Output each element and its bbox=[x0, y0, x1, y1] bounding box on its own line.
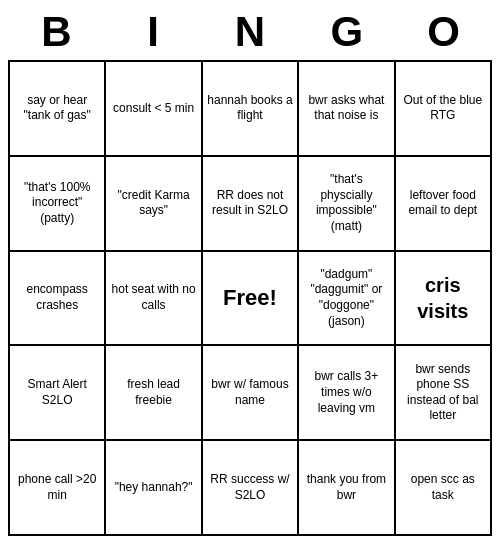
letter-n: N bbox=[210, 8, 290, 56]
letter-o: O bbox=[404, 8, 484, 56]
bingo-cell-16: fresh lead freebie bbox=[106, 346, 202, 441]
bingo-cell-9: leftover food email to dept bbox=[396, 157, 492, 252]
bingo-cell-19: bwr sends phone SS instead of bal letter bbox=[396, 346, 492, 441]
bingo-cell-2: hannah books a flight bbox=[203, 62, 299, 157]
bingo-cell-23: thank you from bwr bbox=[299, 441, 395, 536]
letter-b: B bbox=[16, 8, 96, 56]
letter-i: I bbox=[113, 8, 193, 56]
bingo-cell-14: cris visits bbox=[396, 252, 492, 347]
bingo-cell-18: bwr calls 3+ times w/o leaving vm bbox=[299, 346, 395, 441]
bingo-cell-24: open scc as task bbox=[396, 441, 492, 536]
bingo-header: B I N G O bbox=[8, 8, 492, 56]
bingo-cell-0: say or hear "tank of gas" bbox=[10, 62, 106, 157]
bingo-cell-21: "hey hannah?" bbox=[106, 441, 202, 536]
bingo-cell-13: "dadgum" "daggumit" or "doggone" (jason) bbox=[299, 252, 395, 347]
bingo-cell-20: phone call >20 min bbox=[10, 441, 106, 536]
bingo-cell-10: encompass crashes bbox=[10, 252, 106, 347]
bingo-cell-22: RR success w/ S2LO bbox=[203, 441, 299, 536]
bingo-grid: say or hear "tank of gas"consult < 5 min… bbox=[8, 60, 492, 536]
bingo-cell-11: hot seat with no calls bbox=[106, 252, 202, 347]
bingo-cell-8: "that's physcially impossible" (matt) bbox=[299, 157, 395, 252]
bingo-cell-5: "that's 100% incorrect" (patty) bbox=[10, 157, 106, 252]
bingo-cell-4: Out of the blue RTG bbox=[396, 62, 492, 157]
bingo-cell-6: "credit Karma says" bbox=[106, 157, 202, 252]
letter-g: G bbox=[307, 8, 387, 56]
bingo-cell-17: bwr w/ famous name bbox=[203, 346, 299, 441]
bingo-cell-3: bwr asks what that noise is bbox=[299, 62, 395, 157]
bingo-cell-1: consult < 5 min bbox=[106, 62, 202, 157]
bingo-cell-7: RR does not result in S2LO bbox=[203, 157, 299, 252]
bingo-cell-12: Free! bbox=[203, 252, 299, 347]
bingo-cell-15: Smart Alert S2LO bbox=[10, 346, 106, 441]
